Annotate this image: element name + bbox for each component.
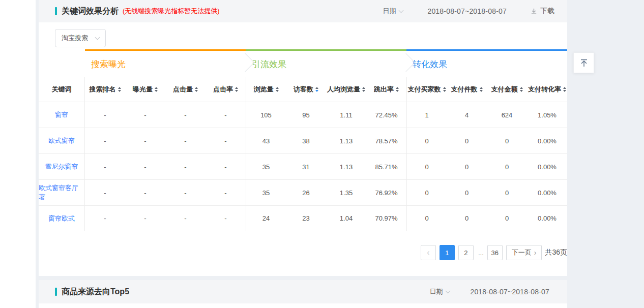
date-filter-dropdown[interactable]: 日期: [383, 7, 403, 16]
value-cell: -: [206, 154, 246, 179]
pagination-prev-button[interactable]: ‹: [421, 245, 436, 260]
sort-down-arrow: [235, 90, 238, 92]
column-group-label: 转化效果: [413, 58, 447, 70]
download-button[interactable]: 下载: [530, 7, 554, 16]
column-header-label: 支付金额: [491, 85, 518, 94]
value-cell: 0: [447, 128, 487, 153]
column-header-label: 支付件数: [451, 85, 478, 94]
value-cell: 38: [286, 128, 326, 153]
value-cell: 0: [487, 206, 527, 231]
pagination-page-2[interactable]: 2: [458, 245, 474, 260]
sort-down-arrow: [443, 90, 446, 92]
value-cell: 78.57%: [366, 128, 406, 153]
value-cell: 4: [447, 102, 487, 128]
value-cell: -: [125, 102, 165, 128]
column-header-label: 支付买家数: [408, 85, 441, 94]
value-cell: 1.13: [326, 154, 366, 179]
column-header-row: 关键词 搜索排名曝光量点击量点击率浏览量访客数人均浏览量跳出率支付买家数支付件数…: [39, 77, 567, 102]
sort-icon: [520, 87, 523, 92]
value-cell: 70.97%: [366, 206, 406, 231]
date-filter-dropdown[interactable]: 日期: [429, 287, 450, 296]
column-header-2[interactable]: 点击量: [165, 77, 206, 102]
sort-up-arrow: [480, 87, 483, 89]
value-cell: -: [85, 102, 125, 128]
column-header-0[interactable]: 搜索排名: [85, 77, 125, 102]
column-header-11[interactable]: 支付转化率: [527, 77, 567, 102]
column-header-10[interactable]: 支付金额: [487, 77, 527, 102]
column-header-1[interactable]: 曝光量: [125, 77, 165, 102]
pagination-next-button[interactable]: 下一页 ›: [506, 245, 542, 260]
sort-down-arrow: [563, 90, 566, 92]
keyword-analysis-header: 关键词效果分析 (无线端搜索曝光指标暂无法提供) 日期 2018-08-07~2…: [39, 0, 567, 22]
value-cell: -: [206, 102, 246, 128]
column-header-9[interactable]: 支付件数: [447, 77, 487, 102]
pagination-page-1[interactable]: 1: [440, 245, 455, 260]
column-header-6[interactable]: 人均浏览量: [326, 77, 366, 102]
sort-icon: [443, 87, 446, 92]
pagination-page-36[interactable]: 36: [487, 245, 503, 260]
value-cell: 0: [447, 180, 487, 205]
group-header-row: 搜索曝光引流效果转化效果: [39, 49, 567, 77]
column-header-3[interactable]: 点击率: [206, 77, 246, 102]
keyword-cell: 窗帘欧式: [39, 206, 85, 231]
value-cell: 1: [406, 102, 447, 128]
column-header-label: 点击率: [213, 85, 233, 94]
column-header-8[interactable]: 支付买家数: [406, 77, 447, 102]
value-cell: 85.71%: [366, 154, 406, 179]
sort-up-arrow: [520, 87, 523, 89]
title-accent-bar: [55, 288, 57, 296]
product-source-body: [39, 303, 567, 308]
column-header-4[interactable]: 浏览量: [246, 77, 286, 102]
value-cell: 624: [487, 102, 527, 128]
keyword-link[interactable]: 欧式窗帘: [48, 136, 75, 145]
value-cell: 43: [246, 128, 286, 153]
value-cell: -: [165, 206, 206, 231]
channel-select[interactable]: 淘宝搜索: [55, 29, 106, 47]
sort-icon: [480, 87, 483, 92]
back-to-top-icon: [579, 58, 589, 68]
back-to-top-button[interactable]: [573, 52, 594, 73]
value-cell: -: [206, 128, 246, 153]
keyword-link[interactable]: 窗帘欧式: [48, 214, 75, 223]
sort-icon: [235, 87, 238, 92]
value-cell: 0: [447, 154, 487, 179]
keyword-link[interactable]: 窗帘: [55, 110, 68, 119]
sort-up-arrow: [235, 87, 238, 89]
sort-up-arrow: [315, 87, 318, 89]
keyword-link[interactable]: 雪尼尔窗帘: [45, 162, 78, 171]
column-header-keyword: 关键词: [39, 77, 85, 102]
section-title: 关键词效果分析: [62, 6, 119, 17]
pagination: ‹ 1 2 ... 36 下一页 › 共36页: [39, 245, 567, 260]
value-cell: 0: [406, 180, 447, 205]
value-cell: -: [85, 206, 125, 231]
sort-down-arrow: [118, 90, 121, 92]
value-cell: -: [206, 206, 246, 231]
column-header-label: 曝光量: [133, 85, 153, 94]
value-cell: 0.00%: [527, 154, 567, 179]
column-group-label: 引流效果: [252, 58, 286, 70]
value-cell: 76.92%: [366, 180, 406, 205]
keyword-link[interactable]: 欧式窗帘客厅著: [39, 183, 84, 202]
value-cell: -: [206, 180, 246, 205]
column-group-0: 搜索曝光: [85, 49, 246, 77]
column-header-7[interactable]: 跳出率: [366, 77, 406, 102]
value-cell: 0.00%: [527, 128, 567, 153]
sort-down-arrow: [480, 90, 483, 92]
title-accent-bar: [55, 7, 57, 15]
value-cell: 0: [406, 154, 447, 179]
value-cell: 0: [447, 206, 487, 231]
keyword-cell: 雪尼尔窗帘: [39, 154, 85, 179]
keyword-column-spacer: [39, 49, 85, 77]
value-cell: -: [85, 180, 125, 205]
value-cell: 35: [246, 180, 286, 205]
chevron-down-icon: [446, 289, 451, 294]
keyword-cell: 欧式窗帘客厅著: [39, 180, 85, 205]
value-cell: 24: [246, 206, 286, 231]
sort-down-arrow: [276, 90, 279, 92]
table-row: 欧式窗帘客厅著----35261.3576.92%0000.00%: [39, 179, 567, 205]
column-header-5[interactable]: 访客数: [286, 77, 326, 102]
pagination-total-pages: 共36页: [545, 248, 567, 257]
column-header-label: 跳出率: [374, 85, 394, 94]
sort-down-arrow: [155, 90, 158, 92]
value-cell: -: [165, 154, 206, 179]
